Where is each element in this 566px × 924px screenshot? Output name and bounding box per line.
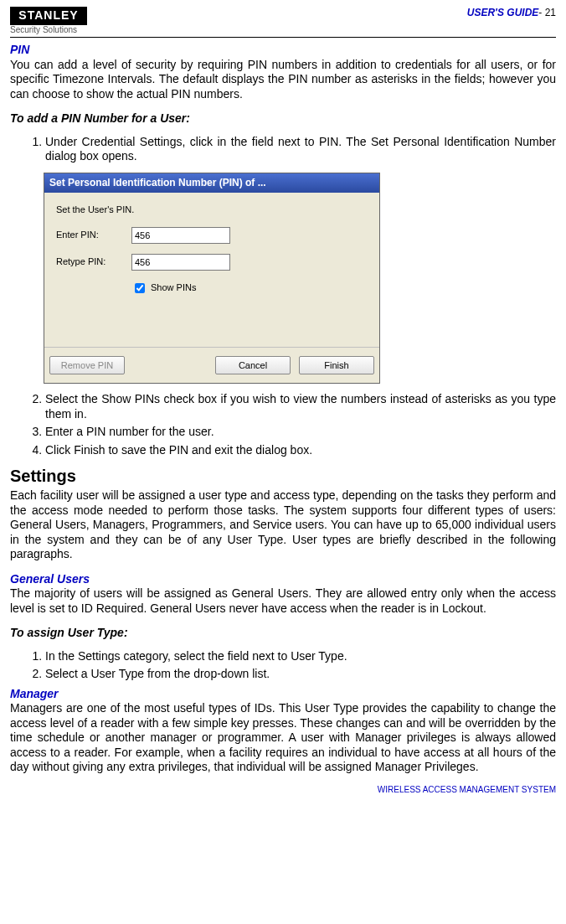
pin-heading: PIN (10, 43, 556, 58)
general-users-heading: General Users (10, 572, 556, 587)
enter-pin-label: Enter PIN: (56, 230, 131, 241)
page-header: STANLEY Security Solutions USER'S GUIDE-… (10, 7, 556, 38)
show-pins-label: Show PINs (151, 282, 196, 294)
show-pins-checkbox[interactable] (135, 283, 145, 293)
pin-steps-2: Select the Show PINs check box if you wi… (30, 392, 556, 457)
dialog-instruction: Set the User's PIN. (56, 201, 368, 228)
general-users-body: The majority of users will be assigned a… (10, 586, 556, 616)
header-page-info: USER'S GUIDE- 21 (467, 7, 556, 19)
assign-step-1: In the Settings category, select the fie… (45, 649, 556, 664)
pin-subhead: To add a PIN Number for a User: (10, 111, 556, 126)
page-number: - 21 (538, 7, 556, 18)
pin-step-4: Click Finish to save the PIN and exit th… (45, 443, 556, 458)
pin-step-2: Select the Show PINs check box if you wi… (45, 392, 556, 421)
dialog-titlebar: Set Personal Identification Number (PIN)… (44, 173, 379, 193)
manager-heading: Manager (10, 687, 556, 702)
pin-steps-1: Under Credential Settings, click in the … (30, 135, 556, 164)
logo-brand: STANLEY (10, 7, 87, 25)
pin-step-1: Under Credential Settings, click in the … (45, 135, 556, 164)
pin-dialog: Set Personal Identification Number (PIN)… (44, 173, 380, 385)
retype-pin-input[interactable] (131, 254, 230, 271)
pin-intro: You can add a level of security by requi… (10, 58, 556, 102)
settings-heading: Settings (10, 466, 556, 487)
assign-step-2: Select a User Type from the drop-down li… (45, 667, 556, 682)
assign-steps: In the Settings category, select the fie… (30, 649, 556, 682)
settings-intro: Each facility user will be assigned a us… (10, 488, 556, 562)
pin-step-3: Enter a PIN number for the user. (45, 425, 556, 440)
assign-subhead: To assign User Type: (10, 626, 556, 641)
retype-pin-label: Retype PIN: (56, 256, 131, 268)
logo-subtitle: Security Solutions (10, 25, 87, 36)
cancel-button[interactable]: Cancel (215, 356, 291, 374)
finish-button[interactable]: Finish (299, 356, 374, 374)
enter-pin-input[interactable] (131, 227, 230, 244)
footer-text: WIRELESS ACCESS MANAGEMENT SYSTEM (10, 785, 556, 796)
logo: STANLEY Security Solutions (10, 7, 87, 35)
remove-pin-button: Remove PIN (49, 356, 125, 374)
manager-body: Managers are one of the most useful type… (10, 701, 556, 775)
guide-label: USER'S GUIDE (467, 7, 539, 18)
